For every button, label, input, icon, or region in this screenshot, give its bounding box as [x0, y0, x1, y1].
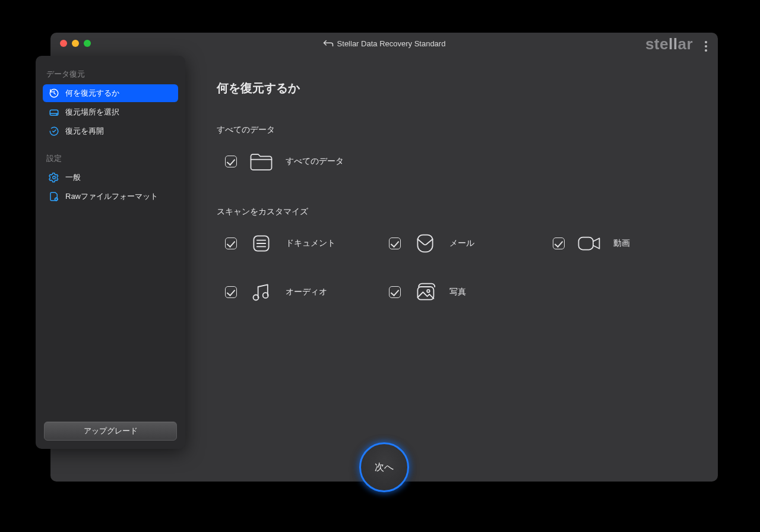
svg-point-14 [53, 176, 56, 179]
video-icon [577, 233, 601, 254]
next-button-label: 次へ [375, 461, 394, 474]
videos-label: 動画 [613, 238, 630, 249]
more-menu-button[interactable] [702, 39, 710, 54]
emails-checkbox[interactable] [389, 238, 401, 249]
audio-label: オーディオ [286, 287, 327, 297]
photos-label: 写真 [449, 287, 466, 297]
gear-icon [49, 172, 59, 183]
svg-point-13 [56, 115, 57, 115]
sidebar-item-label: 復元を再開 [65, 126, 104, 137]
audio-checkbox[interactable] [225, 286, 237, 298]
sidebar-item-label: Rawファイルフォーマット [65, 191, 158, 202]
folder-icon [249, 151, 274, 172]
page-title: 何を復元するか [217, 80, 700, 96]
type-documents: ドキュメント [225, 233, 389, 254]
brand-logo: stellar [645, 35, 693, 53]
sidebar-item-select-location[interactable]: 復元場所を選択 [43, 103, 178, 121]
drive-icon [49, 107, 59, 118]
window-title: Stellar Data Recovery Standard [50, 39, 718, 48]
sidebar-item-raw-format[interactable]: Rawファイルフォーマット [43, 188, 178, 205]
photos-checkbox[interactable] [389, 286, 401, 298]
all-data-label: すべてのデータ [286, 156, 344, 167]
photo-icon [413, 281, 438, 303]
titlebar: Stellar Data Recovery Standard stellar [50, 33, 718, 54]
svg-rect-8 [417, 287, 433, 300]
emails-label: メール [449, 238, 474, 249]
videos-checkbox[interactable] [553, 238, 565, 249]
type-audio: オーディオ [225, 281, 389, 303]
restore-icon [49, 88, 59, 99]
type-videos: 動画 [553, 233, 717, 254]
window-title-text: Stellar Data Recovery Standard [337, 39, 446, 48]
sidebar-item-label: 復元場所を選択 [65, 107, 119, 118]
main-content: 何を復元するか すべてのデータ すべてのデータ スキャンをカスタマイズ [217, 80, 700, 470]
sidebar: データ復元 何を復元するか 復元場所を選択 復元を再開 設定 一般 [36, 56, 185, 449]
sidebar-item-label: 一般 [65, 172, 81, 183]
type-grid: ドキュメント メール [225, 233, 700, 303]
file-gear-icon [49, 191, 59, 202]
mail-icon [413, 233, 438, 254]
svg-rect-5 [579, 238, 594, 250]
sidebar-item-general[interactable]: 一般 [43, 169, 178, 186]
section-all-data: すべてのデータ [217, 125, 700, 135]
sidebar-item-resume-recovery[interactable]: 復元を再開 [43, 122, 178, 140]
document-icon [249, 233, 274, 254]
sidebar-item-label: 何を復元するか [65, 88, 119, 99]
back-arrow-icon[interactable] [323, 39, 334, 48]
upgrade-button[interactable]: アップグレード [44, 422, 177, 441]
audio-icon [249, 281, 274, 303]
sidebar-item-what-to-recover[interactable]: 何を復元するか [43, 84, 178, 102]
sidebar-section-recovery: データ復元 [43, 65, 178, 84]
documents-label: ドキュメント [286, 238, 335, 249]
svg-point-9 [427, 290, 430, 293]
type-photos: 写真 [389, 281, 553, 303]
next-button[interactable]: 次へ [359, 442, 409, 492]
resume-icon [49, 126, 59, 137]
type-emails: メール [389, 233, 553, 254]
upgrade-button-label: アップグレード [84, 426, 138, 435]
documents-checkbox[interactable] [225, 238, 237, 249]
all-data-row: すべてのデータ [225, 151, 700, 172]
all-data-checkbox[interactable] [225, 156, 237, 167]
section-customize: スキャンをカスタマイズ [217, 207, 700, 217]
sidebar-section-settings: 設定 [43, 150, 178, 169]
